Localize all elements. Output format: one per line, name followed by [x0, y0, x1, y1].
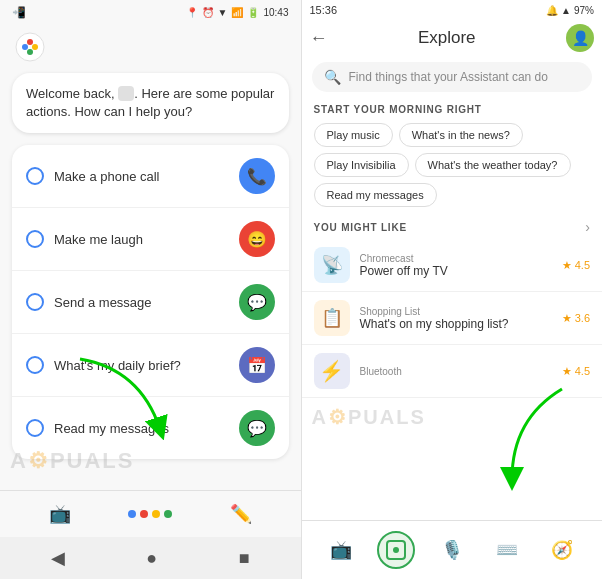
dot-blue [128, 510, 136, 518]
card-name-shopping: What's on my shopping list? [360, 317, 552, 331]
dot-yellow [152, 510, 160, 518]
star-icon-bluetooth: ★ [562, 365, 572, 378]
card-category-bluetooth: Bluetooth [360, 366, 552, 377]
rating-value-chromecast: 4.5 [575, 259, 590, 271]
chip-messages[interactable]: Read my messages [314, 183, 437, 207]
svg-point-4 [27, 49, 33, 55]
star-icon-shopping: ★ [562, 312, 572, 325]
action-item-message[interactable]: Send a message 💬 [12, 271, 289, 334]
action-icon-laugh[interactable]: 😄 [239, 221, 275, 257]
dot-green [164, 510, 172, 518]
action-label-laugh: Make me laugh [54, 232, 143, 247]
svg-point-1 [22, 44, 28, 50]
card-icon-chromecast: 📡 [314, 247, 350, 283]
status-icons-left: 📍 ⏰ ▼ 📶 🔋 10:43 [186, 7, 289, 18]
action-item-call[interactable]: Make a phone call 📞 [12, 145, 289, 208]
google-dots [128, 510, 172, 518]
signal-icon-right: ▲ [561, 5, 571, 16]
time-left: 10:43 [263, 7, 288, 18]
rating-value-bluetooth: 4.5 [575, 365, 590, 377]
morning-section-title: START YOUR MORNING RIGHT [302, 98, 603, 119]
back-button-right[interactable]: ← [310, 28, 328, 49]
chip-invisibilia[interactable]: Play Invisibilia [314, 153, 409, 177]
star-icon-chromecast: ★ [562, 259, 572, 272]
svg-point-2 [27, 39, 33, 45]
chip-play-music[interactable]: Play music [314, 123, 393, 147]
card-rating-bluetooth: ★ 4.5 [562, 365, 590, 378]
status-right-icons: 🔔 ▲ 97% [546, 5, 594, 16]
mic-icon-right[interactable]: 🎙️ [433, 531, 471, 569]
status-bar-left: 📲 📍 ⏰ ▼ 📶 🔋 10:43 [0, 0, 301, 25]
action-circle-read [26, 419, 44, 437]
assistant-logo-container [0, 25, 301, 69]
card-icon-shopping: 📋 [314, 300, 350, 336]
action-label-call: Make a phone call [54, 169, 160, 184]
chip-weather[interactable]: What's the weather today? [415, 153, 571, 177]
green-arrow-left [60, 349, 180, 449]
compass-icon-left: ✏️ [230, 503, 252, 525]
green-arrow-right [482, 379, 582, 499]
explore-active-icon [385, 539, 407, 561]
you-might-like-header: YOU MIGHT LIKE › [302, 211, 603, 239]
action-circle-message [26, 293, 44, 311]
signal-icon: ▼ [218, 7, 228, 18]
bottom-bar-left: 📺 ✏️ [0, 490, 301, 537]
compass-icon-right[interactable]: 🧭 [543, 531, 581, 569]
card-content-bluetooth: Bluetooth [360, 366, 552, 377]
card-content-chromecast: Chromecast Power off my TV [360, 253, 552, 278]
card-shopping[interactable]: 📋 Shopping List What's on my shopping li… [302, 292, 603, 345]
back-nav-btn[interactable]: ◀ [51, 547, 65, 569]
battery-right: 97% [574, 5, 594, 16]
user-name-redacted [118, 86, 134, 101]
location-icon: 📍 [186, 7, 198, 18]
card-content-shopping: Shopping List What's on my shopping list… [360, 306, 552, 331]
home-nav-btn[interactable]: ● [146, 548, 157, 569]
user-avatar-right[interactable]: 👤 [566, 24, 594, 52]
search-icon-right: 🔍 [324, 69, 341, 85]
action-left-call: Make a phone call [26, 167, 160, 185]
watermark-left: A⚙PUALS [10, 448, 134, 474]
card-category-chromecast: Chromecast [360, 253, 552, 264]
action-left-message: Send a message [26, 293, 152, 311]
action-circle-brief [26, 356, 44, 374]
search-bar-right[interactable]: 🔍 Find things that your Assistant can do [312, 62, 593, 92]
welcome-bubble: Welcome back, . Here are some popular ac… [12, 73, 289, 133]
time-right: 15:36 [310, 4, 338, 16]
action-circle-laugh [26, 230, 44, 248]
action-icon-message[interactable]: 💬 [239, 284, 275, 320]
search-placeholder-right: Find things that your Assistant can do [349, 70, 548, 84]
chip-news[interactable]: What's in the news? [399, 123, 523, 147]
card-name-chromecast: Power off my TV [360, 264, 552, 278]
recent-nav-btn[interactable]: ■ [239, 548, 250, 569]
dot-red [140, 510, 148, 518]
top-bar-right: ← Explore 👤 [302, 20, 603, 56]
welcome-text: Welcome back, [26, 86, 118, 101]
card-chromecast[interactable]: 📡 Chromecast Power off my TV ★ 4.5 [302, 239, 603, 292]
card-rating-chromecast: ★ 4.5 [562, 259, 590, 272]
tv-icon-right[interactable]: 📺 [322, 531, 360, 569]
svg-point-6 [393, 547, 399, 553]
action-icon-read[interactable]: 💬 [239, 410, 275, 446]
explore-icon-active[interactable] [377, 531, 415, 569]
action-item-laugh[interactable]: Make me laugh 😄 [12, 208, 289, 271]
assistant-status-icon: 📲 [12, 6, 26, 19]
chevron-right-icon[interactable]: › [585, 219, 590, 235]
battery-icon: 🔋 [247, 7, 259, 18]
status-bar-right: 15:36 🔔 ▲ 97% [302, 0, 603, 20]
watermark-right: A⚙PUALS [312, 405, 426, 429]
rating-value-shopping: 3.6 [575, 312, 590, 324]
action-label-message: Send a message [54, 295, 152, 310]
card-rating-shopping: ★ 3.6 [562, 312, 590, 325]
action-icon-brief[interactable]: 📅 [239, 347, 275, 383]
action-icon-call[interactable]: 📞 [239, 158, 275, 194]
card-category-shopping: Shopping List [360, 306, 552, 317]
action-left-laugh: Make me laugh [26, 230, 143, 248]
notification-icon-right: 🔔 [546, 5, 558, 16]
nav-bar-left: ◀ ● ■ [0, 537, 301, 579]
chips-row: Play music What's in the news? Play Invi… [302, 119, 603, 211]
keyboard-icon-right[interactable]: ⌨️ [488, 531, 526, 569]
explore-title: Explore [336, 28, 559, 48]
bottom-bar-right: 📺 🎙️ ⌨️ 🧭 [302, 520, 603, 579]
right-panel: 15:36 🔔 ▲ 97% ← Explore 👤 🔍 Find things … [302, 0, 603, 579]
you-might-title: YOU MIGHT LIKE [314, 222, 407, 233]
